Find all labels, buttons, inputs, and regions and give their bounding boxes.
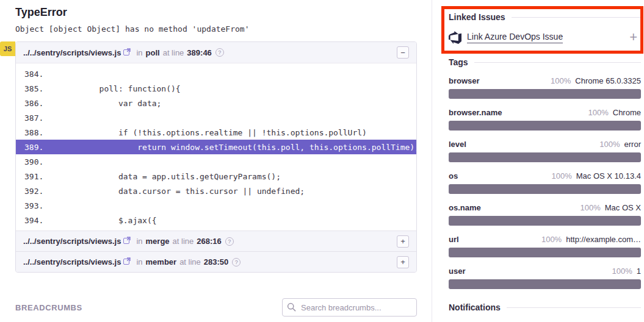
stack-frame-header-poll[interactable]: ../../sentry/scripts/views.js in poll at… bbox=[16, 42, 416, 63]
stack-frame-header-collapsed[interactable]: ../../sentry/scripts/views.js in member … bbox=[16, 251, 416, 272]
stacktrace: JS ../../sentry/scripts/views.js in poll… bbox=[15, 41, 417, 273]
code-line: 391. data = app.utils.getQueryParams(); bbox=[16, 169, 416, 184]
breadcrumbs-section: BREADCRUMBS bbox=[15, 298, 417, 317]
source-code-block: 384. 385. poll: function(){ 386. va bbox=[16, 63, 416, 231]
tag-key[interactable]: browser bbox=[449, 76, 480, 85]
tag-item: os 100% Mac OS X 10.13.4 bbox=[449, 171, 641, 194]
code-line: 393. bbox=[16, 198, 416, 213]
tag-key[interactable]: browser.name bbox=[449, 108, 502, 117]
tag-percent: 100% bbox=[551, 76, 571, 85]
frame-function: poll bbox=[146, 48, 160, 57]
tag-value[interactable]: 1 bbox=[637, 267, 641, 276]
tag-distribution-bar[interactable] bbox=[449, 279, 641, 289]
line-source: $.ajax({ bbox=[61, 216, 157, 225]
frame-atline-label: at line bbox=[163, 48, 184, 57]
frame-in-label: in bbox=[136, 257, 142, 267]
question-circle-icon[interactable]: ? bbox=[232, 258, 241, 267]
tag-value[interactable]: Mac OS X 10.13.4 bbox=[576, 171, 641, 181]
code-line: 385. poll: function(){ bbox=[16, 81, 416, 96]
tag-item: browser 100% Chrome 65.0.3325 bbox=[449, 76, 641, 99]
frame-lineno: 389:46 bbox=[187, 48, 211, 57]
link-azure-devops-issue-link[interactable]: Link Azure DevOps Issue bbox=[467, 32, 563, 43]
tag-value[interactable]: Chrome 65.0.3325 bbox=[575, 76, 641, 85]
frame-filename[interactable]: ../../sentry/scripts/views.js bbox=[23, 257, 121, 267]
frame-atline-label: at line bbox=[173, 237, 194, 246]
line-number: 394. bbox=[16, 216, 61, 225]
tag-distribution-bar[interactable] bbox=[449, 216, 641, 226]
platform-js-badge: JS bbox=[0, 41, 15, 56]
azure-devops-icon bbox=[449, 31, 461, 44]
code-line: 387. bbox=[16, 110, 416, 125]
frame-in-label: in bbox=[136, 237, 142, 246]
question-circle-icon[interactable]: ? bbox=[225, 237, 234, 246]
search-breadcrumbs-input[interactable] bbox=[282, 298, 417, 317]
expand-frame-button[interactable]: + bbox=[397, 256, 409, 268]
tag-key[interactable]: os.name bbox=[449, 203, 481, 212]
add-linked-issue-button[interactable]: + bbox=[629, 30, 637, 44]
tag-percent: 100% bbox=[588, 108, 609, 117]
code-line: 389. return window.setTimeout(this.poll,… bbox=[16, 140, 416, 154]
tag-value[interactable]: Mac OS X bbox=[605, 203, 641, 212]
frame-in-label: in bbox=[136, 48, 142, 57]
external-link-icon[interactable] bbox=[123, 48, 131, 57]
tag-item: os.name 100% Mac OS X bbox=[449, 203, 641, 226]
line-source: var data; bbox=[61, 99, 161, 108]
frame-filename[interactable]: ../../sentry/scripts/views.js bbox=[23, 48, 121, 57]
main-column: TypeError Object [object Object] has no … bbox=[0, 0, 432, 322]
tag-distribution-bar[interactable] bbox=[449, 152, 641, 162]
search-icon bbox=[287, 302, 296, 314]
tag-key[interactable]: url bbox=[449, 235, 459, 244]
tag-value[interactable]: error bbox=[624, 140, 641, 149]
external-link-icon[interactable] bbox=[123, 237, 131, 246]
line-number: 387. bbox=[16, 113, 61, 123]
tag-key[interactable]: user bbox=[449, 267, 465, 276]
tag-distribution-bar[interactable] bbox=[449, 89, 641, 99]
frame-lineno: 283:50 bbox=[204, 257, 228, 267]
tag-value[interactable]: Chrome bbox=[613, 108, 641, 117]
tag-key[interactable]: os bbox=[449, 171, 458, 181]
tag-percent: 100% bbox=[552, 171, 572, 181]
tag-distribution-bar[interactable] bbox=[449, 121, 641, 131]
linked-issues-section: Linked Issues Link Azure DevOps Issue + bbox=[449, 6, 641, 44]
frame-atline-label: at line bbox=[179, 257, 201, 267]
stack-frame-header-collapsed[interactable]: ../../sentry/scripts/views.js in merge a… bbox=[16, 231, 416, 251]
breadcrumbs-search bbox=[282, 298, 417, 317]
issue-detail-page: TypeError Object [object Object] has no … bbox=[0, 0, 644, 322]
linked-issues-title: Linked Issues bbox=[449, 12, 641, 22]
collapse-frame-button[interactable]: − bbox=[397, 46, 409, 59]
line-number: 389. bbox=[16, 143, 61, 152]
stacktrace-box: ../../sentry/scripts/views.js in poll at… bbox=[15, 41, 417, 273]
tag-percent: 100% bbox=[541, 235, 562, 244]
tag-percent: 100% bbox=[581, 203, 601, 212]
link-azure-devops-row: Link Azure DevOps Issue + bbox=[449, 30, 641, 44]
line-number: 384. bbox=[16, 70, 61, 79]
expand-frame-button[interactable]: + bbox=[397, 235, 409, 248]
line-source: data.cursor = this.cursor || undefined; bbox=[61, 187, 305, 196]
frame-function: member bbox=[146, 257, 177, 267]
notifications-section: Notifications bbox=[449, 302, 641, 312]
frame-function: merge bbox=[146, 237, 170, 246]
line-source: data = app.utils.getQueryParams(); bbox=[61, 172, 281, 181]
line-source: poll: function(){ bbox=[61, 84, 181, 93]
tag-key[interactable]: level bbox=[449, 140, 466, 149]
tag-value[interactable]: http://example.com… bbox=[566, 235, 641, 244]
external-link-icon[interactable] bbox=[123, 257, 131, 267]
line-number: 393. bbox=[16, 201, 61, 210]
tag-distribution-bar[interactable] bbox=[449, 248, 641, 257]
tags-title: Tags bbox=[449, 57, 641, 67]
code-line: 394. $.ajax({ bbox=[16, 213, 416, 227]
tag-percent: 100% bbox=[612, 267, 632, 276]
frame-filename[interactable]: ../../sentry/scripts/views.js bbox=[23, 237, 121, 246]
line-number: 386. bbox=[16, 99, 61, 108]
breadcrumbs-title: BREADCRUMBS bbox=[15, 303, 82, 312]
tag-row: url 100% http://example.com… bbox=[449, 235, 641, 244]
tag-item: browser.name 100% Chrome bbox=[449, 108, 641, 131]
tag-percent: 100% bbox=[599, 140, 620, 149]
tag-row: browser 100% Chrome 65.0.3325 bbox=[449, 76, 641, 85]
tag-row: os 100% Mac OS X 10.13.4 bbox=[449, 171, 641, 181]
sidebar: Linked Issues Link Azure DevOps Issue + … bbox=[432, 0, 644, 322]
question-circle-icon[interactable]: ? bbox=[215, 48, 224, 57]
tag-distribution-bar[interactable] bbox=[449, 184, 641, 194]
code-line: 386. var data; bbox=[16, 96, 416, 110]
tag-item: user 100% 1 bbox=[449, 267, 641, 289]
